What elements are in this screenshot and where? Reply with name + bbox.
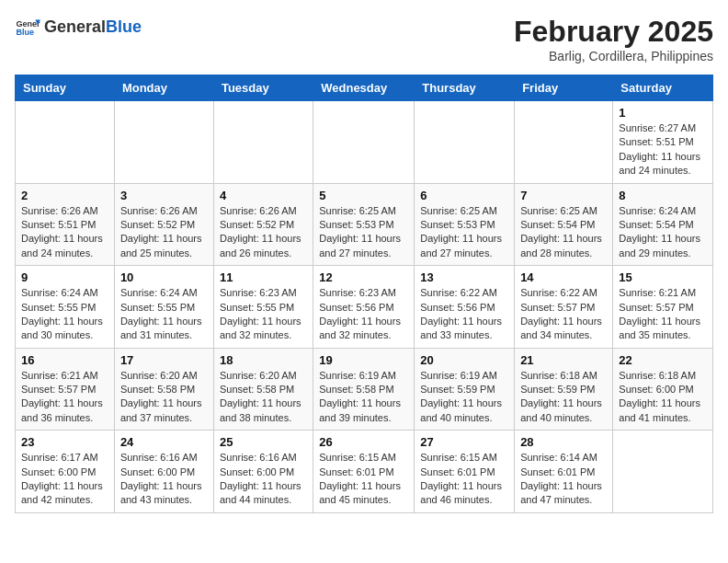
day-info: Sunrise: 6:16 AM Sunset: 6:00 PM Dayligh… xyxy=(120,451,208,508)
day-number: 2 xyxy=(21,189,108,202)
calendar-cell: 12Sunrise: 6:23 AM Sunset: 5:56 PM Dayli… xyxy=(313,266,415,349)
day-info: Sunrise: 6:25 AM Sunset: 5:53 PM Dayligh… xyxy=(319,204,408,261)
day-number: 17 xyxy=(120,353,208,367)
calendar-cell: 21Sunrise: 6:18 AM Sunset: 5:59 PM Dayli… xyxy=(515,348,613,431)
day-info: Sunrise: 6:26 AM Sunset: 5:52 PM Dayligh… xyxy=(120,204,208,261)
day-info: Sunrise: 6:16 AM Sunset: 6:00 PM Dayligh… xyxy=(220,451,307,508)
calendar-week-row: 23Sunrise: 6:17 AM Sunset: 6:00 PM Dayli… xyxy=(16,431,713,513)
logo-blue-text: Blue xyxy=(106,17,142,36)
day-number: 24 xyxy=(120,435,208,449)
day-info: Sunrise: 6:25 AM Sunset: 5:54 PM Dayligh… xyxy=(520,204,607,261)
day-number: 27 xyxy=(420,435,508,449)
day-info: Sunrise: 6:26 AM Sunset: 5:52 PM Dayligh… xyxy=(220,204,307,261)
day-info: Sunrise: 6:21 AM Sunset: 5:57 PM Dayligh… xyxy=(619,286,707,343)
weekday-header-saturday: Saturday xyxy=(613,75,713,101)
day-number: 16 xyxy=(21,353,108,367)
calendar-cell: 23Sunrise: 6:17 AM Sunset: 6:00 PM Dayli… xyxy=(16,431,115,513)
day-number: 5 xyxy=(319,189,408,202)
day-number: 22 xyxy=(619,353,707,367)
svg-text:Blue: Blue xyxy=(16,28,34,37)
day-info: Sunrise: 6:26 AM Sunset: 5:51 PM Dayligh… xyxy=(21,204,108,261)
calendar-cell: 8Sunrise: 6:24 AM Sunset: 5:54 PM Daylig… xyxy=(613,183,713,266)
calendar-cell: 5Sunrise: 6:25 AM Sunset: 5:53 PM Daylig… xyxy=(313,183,415,266)
weekday-header-tuesday: Tuesday xyxy=(213,75,313,101)
day-number: 14 xyxy=(520,270,607,284)
day-number: 1 xyxy=(619,106,707,120)
calendar-cell: 10Sunrise: 6:24 AM Sunset: 5:55 PM Dayli… xyxy=(114,266,213,349)
calendar-cell: 1Sunrise: 6:27 AM Sunset: 5:51 PM Daylig… xyxy=(613,101,713,184)
calendar-cell: 20Sunrise: 6:19 AM Sunset: 5:59 PM Dayli… xyxy=(415,348,515,431)
calendar-cell xyxy=(613,431,713,513)
day-info: Sunrise: 6:19 AM Sunset: 5:58 PM Dayligh… xyxy=(319,369,408,426)
day-number: 21 xyxy=(520,353,607,367)
day-info: Sunrise: 6:25 AM Sunset: 5:53 PM Dayligh… xyxy=(420,204,508,261)
weekday-header-row: SundayMondayTuesdayWednesdayThursdayFrid… xyxy=(16,75,713,101)
day-number: 11 xyxy=(220,270,307,284)
day-number: 6 xyxy=(420,189,508,202)
weekday-header-friday: Friday xyxy=(515,75,613,101)
calendar-cell: 13Sunrise: 6:22 AM Sunset: 5:56 PM Dayli… xyxy=(415,266,515,349)
day-number: 9 xyxy=(21,270,108,284)
title-block: February 2025 Barlig, Cordillera, Philip… xyxy=(514,15,713,63)
day-number: 8 xyxy=(619,189,707,202)
calendar-cell: 2Sunrise: 6:26 AM Sunset: 5:51 PM Daylig… xyxy=(16,183,115,266)
calendar-table: SundayMondayTuesdayWednesdayThursdayFrid… xyxy=(15,75,713,513)
day-info: Sunrise: 6:19 AM Sunset: 5:59 PM Dayligh… xyxy=(420,369,508,426)
calendar-cell: 18Sunrise: 6:20 AM Sunset: 5:58 PM Dayli… xyxy=(213,348,313,431)
day-info: Sunrise: 6:15 AM Sunset: 6:01 PM Dayligh… xyxy=(319,451,408,508)
day-info: Sunrise: 6:24 AM Sunset: 5:54 PM Dayligh… xyxy=(619,204,707,261)
calendar-week-row: 2Sunrise: 6:26 AM Sunset: 5:51 PM Daylig… xyxy=(16,183,713,266)
calendar-cell: 6Sunrise: 6:25 AM Sunset: 5:53 PM Daylig… xyxy=(415,183,515,266)
day-info: Sunrise: 6:23 AM Sunset: 5:55 PM Dayligh… xyxy=(220,286,307,343)
calendar-cell: 9Sunrise: 6:24 AM Sunset: 5:55 PM Daylig… xyxy=(16,266,115,349)
calendar-cell: 11Sunrise: 6:23 AM Sunset: 5:55 PM Dayli… xyxy=(213,266,313,349)
weekday-header-thursday: Thursday xyxy=(415,75,515,101)
day-info: Sunrise: 6:15 AM Sunset: 6:01 PM Dayligh… xyxy=(420,451,508,508)
day-info: Sunrise: 6:22 AM Sunset: 5:56 PM Dayligh… xyxy=(420,286,508,343)
day-info: Sunrise: 6:14 AM Sunset: 6:01 PM Dayligh… xyxy=(520,451,607,508)
day-number: 13 xyxy=(420,270,508,284)
calendar-cell xyxy=(213,101,313,184)
day-number: 10 xyxy=(120,270,208,284)
logo-general-text: General xyxy=(44,17,106,36)
day-number: 20 xyxy=(420,353,508,367)
calendar-cell: 27Sunrise: 6:15 AM Sunset: 6:01 PM Dayli… xyxy=(415,431,515,513)
calendar-week-row: 1Sunrise: 6:27 AM Sunset: 5:51 PM Daylig… xyxy=(16,101,713,184)
logo: General Blue GeneralBlue xyxy=(15,15,142,40)
weekday-header-wednesday: Wednesday xyxy=(313,75,415,101)
day-number: 3 xyxy=(120,189,208,202)
day-number: 7 xyxy=(520,189,607,202)
day-info: Sunrise: 6:20 AM Sunset: 5:58 PM Dayligh… xyxy=(120,369,208,426)
calendar-cell: 7Sunrise: 6:25 AM Sunset: 5:54 PM Daylig… xyxy=(515,183,613,266)
calendar-cell: 25Sunrise: 6:16 AM Sunset: 6:00 PM Dayli… xyxy=(213,431,313,513)
day-info: Sunrise: 6:18 AM Sunset: 5:59 PM Dayligh… xyxy=(520,369,607,426)
day-number: 12 xyxy=(319,270,408,284)
day-info: Sunrise: 6:23 AM Sunset: 5:56 PM Dayligh… xyxy=(319,286,408,343)
calendar-cell: 26Sunrise: 6:15 AM Sunset: 6:01 PM Dayli… xyxy=(313,431,415,513)
day-number: 18 xyxy=(220,353,307,367)
day-number: 4 xyxy=(220,189,307,202)
calendar-cell: 3Sunrise: 6:26 AM Sunset: 5:52 PM Daylig… xyxy=(114,183,213,266)
calendar-cell: 22Sunrise: 6:18 AM Sunset: 6:00 PM Dayli… xyxy=(613,348,713,431)
month-title: February 2025 xyxy=(514,15,713,49)
calendar-cell: 17Sunrise: 6:20 AM Sunset: 5:58 PM Dayli… xyxy=(114,348,213,431)
day-number: 19 xyxy=(319,353,408,367)
day-info: Sunrise: 6:22 AM Sunset: 5:57 PM Dayligh… xyxy=(520,286,607,343)
page-header: General Blue GeneralBlue February 2025 B… xyxy=(15,15,713,63)
day-info: Sunrise: 6:21 AM Sunset: 5:57 PM Dayligh… xyxy=(21,369,108,426)
calendar-cell xyxy=(415,101,515,184)
day-info: Sunrise: 6:24 AM Sunset: 5:55 PM Dayligh… xyxy=(120,286,208,343)
calendar-cell xyxy=(515,101,613,184)
day-info: Sunrise: 6:27 AM Sunset: 5:51 PM Dayligh… xyxy=(619,121,707,178)
calendar-week-row: 16Sunrise: 6:21 AM Sunset: 5:57 PM Dayli… xyxy=(16,348,713,431)
day-info: Sunrise: 6:24 AM Sunset: 5:55 PM Dayligh… xyxy=(21,286,108,343)
calendar-cell xyxy=(313,101,415,184)
day-number: 26 xyxy=(319,435,408,449)
day-info: Sunrise: 6:18 AM Sunset: 6:00 PM Dayligh… xyxy=(619,369,707,426)
calendar-cell: 4Sunrise: 6:26 AM Sunset: 5:52 PM Daylig… xyxy=(213,183,313,266)
day-number: 15 xyxy=(619,270,707,284)
calendar-cell: 15Sunrise: 6:21 AM Sunset: 5:57 PM Dayli… xyxy=(613,266,713,349)
day-info: Sunrise: 6:17 AM Sunset: 6:00 PM Dayligh… xyxy=(21,451,108,508)
day-number: 23 xyxy=(21,435,108,449)
day-info: Sunrise: 6:20 AM Sunset: 5:58 PM Dayligh… xyxy=(220,369,307,426)
